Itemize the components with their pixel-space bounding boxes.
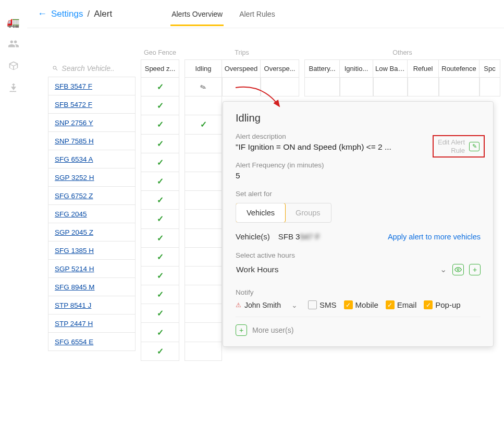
col-lowbat[interactable]: Low Bat... [373, 59, 408, 78]
users-icon[interactable] [7, 38, 20, 50]
vehicle-link[interactable]: SFG 6534 A [55, 155, 93, 163]
add-user-button[interactable]: + [236, 324, 247, 336]
panel-title: Idling [236, 112, 481, 124]
grid-cell[interactable]: ✓ [141, 115, 179, 134]
seg-groups[interactable]: Groups [285, 203, 331, 222]
grid-cell[interactable]: ✓ [141, 248, 179, 267]
notify-user-select[interactable]: ⚠ John Smith ⌄ [236, 301, 298, 309]
grid-cell[interactable]: ✓ [141, 210, 179, 228]
search-input[interactable] [62, 64, 131, 72]
col-ignition[interactable]: Ignitio... [340, 59, 373, 78]
seg-vehicles[interactable]: Vehicles [236, 203, 286, 223]
back-arrow-icon[interactable]: ← [38, 8, 47, 19]
vehicle-link[interactable]: SFG 2045 [55, 210, 87, 218]
vehicle-row: SNP 7585 H [48, 132, 136, 150]
box-icon[interactable] [7, 59, 20, 72]
grid-cell[interactable]: ✓ [141, 229, 179, 248]
grid-cell[interactable]: ✓ [185, 115, 222, 134]
grid-cell[interactable] [185, 267, 222, 285]
edit-icon[interactable]: ✎ [469, 142, 480, 151]
vehicle-link[interactable]: SNP 7585 H [55, 137, 94, 145]
grid-cell[interactable] [185, 135, 222, 153]
active-hours-select[interactable]: Work Hours ⌄ [236, 261, 447, 278]
col-routefence[interactable]: Routefence [439, 59, 480, 78]
warning-icon: ⚠ [236, 301, 241, 309]
grid-cell[interactable] [185, 285, 222, 304]
tab-alerts-overview[interactable]: Alerts Overview [170, 3, 224, 26]
grid-cell[interactable] [185, 323, 222, 342]
grid-cell[interactable]: ✓ [141, 172, 179, 191]
vehicle-link[interactable]: SNP 2756 Y [55, 119, 93, 127]
vehicle-row: SGP 3252 H [48, 168, 136, 187]
grid-cell[interactable] [185, 229, 222, 248]
search-vehicle[interactable] [48, 60, 136, 77]
apply-more-vehicles-link[interactable]: Apply alert to more vehicles [388, 233, 481, 241]
grid-cell[interactable]: ✓ [141, 323, 179, 342]
tab-alert-rules[interactable]: Alert Rules [238, 3, 276, 26]
grid-cell[interactable] [185, 248, 222, 267]
vehicle-row: SFG 2045 [48, 205, 136, 223]
col-idling[interactable]: Idling [185, 59, 222, 78]
vehicle-link[interactable]: SGP 3252 H [55, 174, 94, 182]
grid-cell[interactable] [340, 78, 373, 96]
grid-cell[interactable]: ✓ [141, 191, 179, 210]
notify-mobile-checkbox[interactable]: ✓Mobile [344, 300, 378, 309]
col-battery[interactable]: Battery... [304, 59, 340, 78]
col-speed-zone[interactable]: Speed z... [141, 59, 179, 78]
col-overspeed-1[interactable]: Overspeed [222, 59, 261, 78]
chevron-down-icon: ⌄ [440, 265, 447, 274]
grid-cell[interactable] [185, 96, 222, 115]
vehicle-link[interactable]: STP 8541 J [55, 301, 91, 309]
grid-cell[interactable]: ✓ [141, 78, 179, 96]
grid-cell[interactable] [439, 78, 480, 96]
col-overspeed-2[interactable]: Overspe... [261, 59, 299, 78]
notify-sms-checkbox[interactable]: SMS [308, 300, 337, 309]
notify-popup-checkbox[interactable]: ✓Pop-up [424, 300, 460, 309]
grid-cell[interactable]: ✓ [141, 96, 179, 115]
truck-icon[interactable]: 🚛 [7, 16, 20, 28]
grid-cell[interactable]: ✓ [141, 153, 179, 172]
grid-cell[interactable] [185, 342, 222, 361]
vehicle-link[interactable]: SFG 6554 E [55, 338, 93, 346]
grid-cell[interactable] [185, 172, 222, 191]
view-hours-button[interactable] [452, 264, 464, 275]
vehicle-row: SFG 6752 Z [48, 187, 136, 205]
grid-cell[interactable] [185, 191, 222, 210]
vehicle-link[interactable]: SFB 5472 F [55, 101, 92, 108]
grid-cell[interactable] [480, 78, 500, 96]
vehicle-link[interactable]: SGP 5214 H [55, 265, 94, 273]
vehicle-link[interactable]: SFB 3547 F [55, 82, 92, 90]
grid-cell[interactable] [408, 78, 439, 96]
vehicle-link[interactable]: SFG 1385 H [55, 247, 94, 255]
breadcrumb-settings[interactable]: Settings [51, 9, 83, 19]
col-refuel[interactable]: Refuel [408, 59, 439, 78]
grid-cell[interactable]: ✓ [141, 135, 179, 153]
grid-cell[interactable] [261, 78, 299, 96]
edit-rule-label: Edit AlertRule [438, 138, 465, 154]
grid-cell[interactable] [185, 210, 222, 228]
freq-label: Alert Frequency (in minutes) [236, 161, 481, 169]
group-header-trips: Trips [185, 49, 299, 59]
grid-cell[interactable]: ✓ [141, 267, 179, 285]
grid-cell[interactable] [373, 78, 408, 96]
vehicle-link[interactable]: SFG 6752 Z [55, 192, 93, 200]
grid-cell[interactable] [185, 304, 222, 323]
col-spc[interactable]: Spc [480, 59, 500, 78]
vehicle-link[interactable]: SFG 8945 M [55, 283, 95, 291]
edit-alert-rule-highlight[interactable]: Edit AlertRule ✎ [433, 135, 485, 158]
vehicle-row: STP 8541 J [48, 296, 136, 315]
add-hours-button[interactable]: + [469, 264, 481, 275]
vehicle-link[interactable]: SGP 2045 Z [55, 228, 93, 236]
vehicle-row: STP 2447 H [48, 315, 136, 333]
grid-cell[interactable]: ✓ [141, 342, 179, 361]
grid-cell[interactable]: ✓ [141, 304, 179, 323]
grid-cell[interactable] [185, 153, 222, 172]
notify-email-checkbox[interactable]: ✓Email [386, 300, 417, 309]
setfor-label: Set alert for [236, 190, 481, 198]
grid-cell[interactable]: ✎ [185, 78, 222, 96]
vehicle-link[interactable]: STP 2447 H [55, 320, 93, 328]
grid-cell[interactable]: ✓ [141, 285, 179, 304]
grid-cell[interactable] [222, 78, 261, 96]
grid-cell[interactable] [304, 78, 340, 96]
ship-icon[interactable] [7, 81, 20, 94]
